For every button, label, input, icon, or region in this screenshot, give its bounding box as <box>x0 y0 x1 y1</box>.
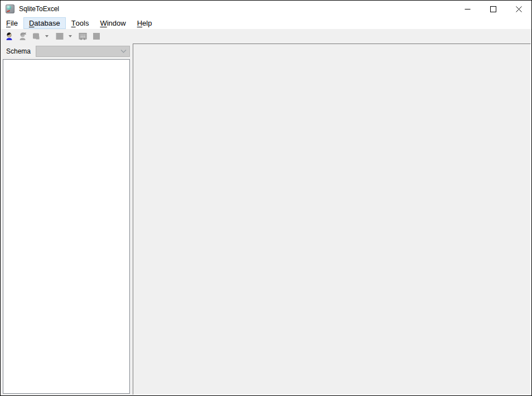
export-file-dropdown <box>43 30 50 42</box>
disconnect-database-button <box>16 30 29 42</box>
export-file-icon <box>32 32 41 41</box>
app-icon <box>6 4 14 13</box>
caption-buttons <box>454 1 531 17</box>
export-table-button <box>53 30 66 42</box>
toolbar <box>1 29 531 44</box>
menu-item-tools[interactable]: Tools <box>66 17 95 29</box>
stop-button <box>90 30 103 42</box>
connect-database-button[interactable] <box>3 30 16 42</box>
close-icon <box>516 6 522 12</box>
export-wizard-icon <box>78 32 88 41</box>
chevron-down-icon <box>120 49 127 54</box>
menu-item-database[interactable]: Database <box>23 17 66 29</box>
menu-item-window[interactable]: Window <box>94 17 131 29</box>
table-list[interactable] <box>3 59 130 394</box>
export-table-dropdown <box>66 30 74 42</box>
menu-bar: File Database Tools Window Help <box>1 17 531 29</box>
disconnect-user-icon <box>18 32 27 41</box>
close-button[interactable] <box>506 1 531 17</box>
export-table-icon <box>55 32 64 41</box>
menu-item-help[interactable]: Help <box>132 17 158 29</box>
app-window: SqliteToExcel File Database <box>0 0 532 396</box>
schema-panel: Schema <box>1 44 131 395</box>
maximize-button[interactable] <box>480 1 506 17</box>
content-area: Schema <box>1 44 531 395</box>
title-bar: SqliteToExcel <box>1 1 531 17</box>
app-icon-red-mark <box>7 10 10 12</box>
minimize-button[interactable] <box>454 1 480 17</box>
app-icon-sphere <box>7 6 11 9</box>
maximize-icon <box>490 6 496 12</box>
export-file-button <box>30 30 42 42</box>
menu-item-file[interactable]: File <box>1 17 23 29</box>
connect-user-icon <box>5 32 14 41</box>
chevron-down-icon <box>45 35 49 37</box>
chevron-down-icon <box>69 35 72 37</box>
minimize-icon <box>465 6 471 12</box>
schema-combobox[interactable] <box>36 46 130 57</box>
schema-label: Schema <box>6 47 31 55</box>
main-panel <box>133 44 531 395</box>
export-wizard-button <box>76 30 89 42</box>
window-title: SqliteToExcel <box>19 5 59 13</box>
schema-row: Schema <box>1 44 131 59</box>
stop-icon <box>92 32 101 41</box>
